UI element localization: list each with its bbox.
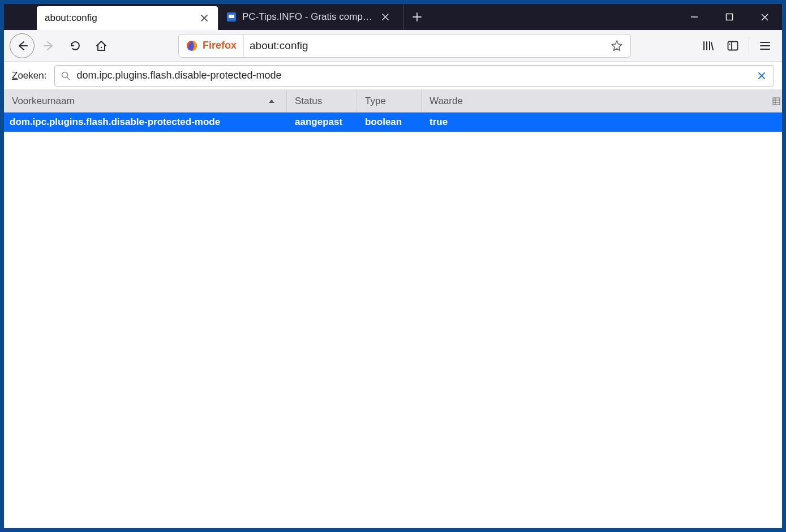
bookmark-star-icon[interactable] [608,37,626,55]
sort-asc-icon [268,98,275,104]
column-header-value[interactable]: Waarde [422,90,771,112]
home-button[interactable] [90,34,113,57]
config-search-bar: Zoeken: dom.ipc.plugins.flash.disable-pr… [4,62,782,90]
tab-title: PC-Tips.INFO - Gratis compute [242,11,374,23]
svg-rect-5 [728,41,738,50]
menu-button[interactable] [754,34,776,57]
toolbar-right [697,34,776,57]
forward-button[interactable] [38,34,61,57]
svg-point-3 [101,46,102,48]
column-header-type[interactable]: Type [357,90,422,112]
tab-strip: about:config PC-Tips.INFO - Gratis compu… [4,4,782,30]
tab-pctips[interactable]: PC-Tips.INFO - Gratis compute [218,4,399,30]
svg-point-6 [729,44,731,45]
favicon-icon [226,12,237,22]
svg-rect-1 [229,15,234,18]
address-bar[interactable]: Firefox about:config [178,34,631,58]
column-header-name[interactable]: Voorkeurnaam [4,90,287,112]
library-button[interactable] [697,34,719,57]
pref-value: true [422,113,782,132]
search-input[interactable]: dom.ipc.plugins.flash.disable-protected-… [76,70,750,81]
identity-box[interactable]: Firefox [179,34,244,57]
nav-toolbar: Firefox about:config [4,30,782,62]
minimize-button[interactable] [677,4,712,30]
close-icon[interactable] [199,12,210,24]
column-label: Voorkeurnaam [12,96,75,107]
tab-title: about:config [45,12,193,24]
search-icon [61,71,71,81]
pref-type: boolean [357,113,422,132]
column-picker-icon[interactable] [771,90,782,112]
column-label: Status [295,96,322,107]
search-field[interactable]: dom.ipc.plugins.flash.disable-protected-… [54,65,774,86]
close-window-button[interactable] [747,4,782,30]
window-controls [677,4,782,30]
results-header: Voorkeurnaam Status Type Waarde [4,90,782,113]
reload-button[interactable] [64,34,87,57]
column-label: Waarde [429,96,463,107]
tab-about-config[interactable]: about:config [37,6,218,30]
search-label: Zoeken: [12,70,46,81]
url-input[interactable]: about:config [244,40,603,52]
toolbar-separator [749,37,749,54]
maximize-button[interactable] [712,4,747,30]
svg-rect-2 [727,14,733,20]
column-label: Type [365,96,386,107]
svg-rect-8 [773,98,780,105]
sidebar-button[interactable] [721,34,744,57]
clear-search-icon[interactable] [755,70,768,82]
browser-window: about:config PC-Tips.INFO - Gratis compu… [3,3,783,529]
table-row[interactable]: dom.ipc.plugins.flash.disable-protected-… [4,113,782,132]
back-button[interactable] [10,33,35,58]
results-area: dom.ipc.plugins.flash.disable-protected-… [4,113,782,528]
close-icon[interactable] [380,11,391,23]
new-tab-button[interactable] [403,4,429,30]
column-header-status[interactable]: Status [287,90,357,112]
pref-status: aangepast [287,113,357,132]
identity-label: Firefox [203,40,237,51]
pref-name: dom.ipc.plugins.flash.disable-protected-… [4,113,287,132]
firefox-icon [186,40,198,52]
address-actions [603,37,630,55]
